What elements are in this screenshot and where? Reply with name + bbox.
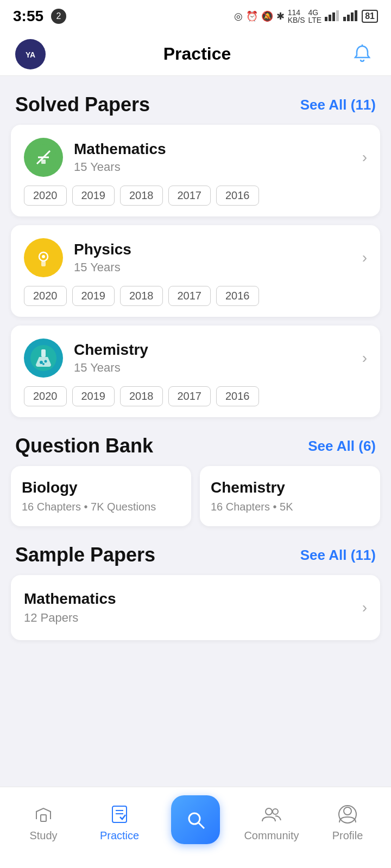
solved-papers-list: Mathematics 15 Years › 2020 2019 2018 20… [0,125,391,417]
svg-rect-20 [41,349,46,357]
study-nav-label: Study [29,829,57,842]
year-tag[interactable]: 2020 [24,286,67,306]
mute-icon: 🔕 [261,10,273,22]
question-bank-section-header: Question Bank See All (6) [0,417,391,466]
year-tag[interactable]: 2016 [216,386,259,406]
question-bank-cards: Biology 16 Chapters • 7K Questions Chemi… [0,466,391,526]
svg-text:YA: YA [26,50,35,59]
physics-years: 15 Years [74,260,362,275]
physics-solved-card[interactable]: Physics 15 Years › 2020 2019 2018 2017 2… [11,225,380,317]
mathematics-icon [24,138,63,177]
bottom-navigation: Study Practice [0,787,391,868]
notification-count-badge: 2 [51,9,66,24]
practice-nav-label: Practice [100,829,139,842]
chemistry-qbank-card[interactable]: Chemistry 16 Chapters • 5K [200,466,380,526]
status-time: 3:55 [13,8,43,25]
chemistry-year-tags: 2020 2019 2018 2017 2016 [24,386,367,406]
community-nav-label: Community [244,829,299,842]
physics-card-top: Physics 15 Years › [24,238,367,277]
physics-chevron-icon: › [362,249,367,266]
physics-year-tags: 2020 2019 2018 2017 2016 [24,286,367,306]
nav-item-search[interactable] [157,795,234,850]
sample-papers-see-all[interactable]: See All (11) [300,547,376,564]
chemistry-name: Chemistry [74,341,362,359]
question-bank-title: Question Bank [15,435,153,457]
top-navigation: YA Practice [0,33,391,76]
svg-rect-0 [325,17,327,21]
chemistry-solved-card[interactable]: Chemistry 15 Years › 2020 2019 2018 2017… [11,326,380,417]
biology-subject-name: Biology [22,479,180,496]
main-content: Solved Papers See All (11) Mathematics 1… [0,76,391,727]
year-tag[interactable]: 2016 [216,186,259,206]
sample-papers-title: Sample Papers [15,544,155,566]
svg-rect-14 [41,159,46,164]
chemistry-qbank-info: 16 Chapters • 5K [211,501,369,513]
svg-rect-17 [41,261,46,266]
bluetooth-icon: ✱ [276,10,285,22]
community-nav-icon [260,802,283,826]
sample-math-chevron-icon: › [362,599,367,616]
mathematics-solved-card[interactable]: Mathematics 15 Years › 2020 2019 2018 20… [11,125,380,216]
svg-point-18 [42,255,45,258]
notification-bell-button[interactable] [349,41,376,68]
svg-point-31 [273,809,278,814]
year-tag[interactable]: 2018 [120,386,163,406]
biology-qbank-card[interactable]: Biology 16 Chapters • 7K Questions [11,466,191,526]
solved-papers-title: Solved Papers [15,93,150,116]
year-tag[interactable]: 2019 [72,286,115,306]
solved-papers-section-header: Solved Papers See All (11) [0,76,391,125]
avatar[interactable]: YA [15,39,46,69]
page-title: Practice [163,44,231,64]
mathematics-card-top: Mathematics 15 Years › [24,138,367,177]
question-bank-see-all[interactable]: See All (6) [308,438,376,455]
svg-point-22 [45,360,47,363]
year-tag[interactable]: 2016 [216,286,259,306]
mathematics-name: Mathematics [74,141,362,158]
physics-name: Physics [74,241,362,258]
svg-point-30 [266,808,272,815]
sample-math-name: Mathematics [24,590,116,608]
svg-rect-6 [351,12,354,21]
year-tag[interactable]: 2018 [120,186,163,206]
signal-bars2-icon [343,9,358,24]
practice-nav-icon [108,802,131,826]
mathematics-sample-card[interactable]: Mathematics 12 Papers › [11,575,380,640]
year-tag[interactable]: 2019 [72,186,115,206]
physics-icon [24,238,63,277]
year-tag[interactable]: 2020 [24,386,67,406]
year-tag[interactable]: 2017 [168,286,211,306]
svg-rect-24 [41,815,46,821]
year-tag[interactable]: 2017 [168,186,211,206]
chemistry-chevron-icon: › [362,349,367,367]
svg-rect-2 [332,12,335,21]
svg-rect-5 [347,15,350,21]
year-tag[interactable]: 2020 [24,186,67,206]
profile-nav-icon [336,802,360,826]
nav-item-study[interactable]: Study [5,802,81,842]
battery-icon: 81 [362,10,378,23]
mathematics-year-tags: 2020 2019 2018 2017 2016 [24,186,367,206]
svg-rect-4 [343,17,346,21]
mathematics-years: 15 Years [74,160,362,174]
svg-line-29 [199,823,204,828]
svg-rect-7 [355,10,357,21]
status-bar: 3:55 2 ◎ ⏰ 🔕 ✱ 114KB/S 4GLTE 81 [0,0,391,33]
network-type: 4GLTE [308,9,322,24]
year-tag[interactable]: 2017 [168,386,211,406]
study-nav-icon [31,802,55,826]
mathematics-chevron-icon: › [362,149,367,166]
solved-papers-see-all[interactable]: See All (11) [300,97,376,113]
alarm-icon: ◎ [234,10,243,22]
svg-point-21 [40,361,43,364]
svg-point-28 [189,813,200,824]
year-tag[interactable]: 2018 [120,286,163,306]
profile-nav-label: Profile [332,829,363,842]
sample-papers-section-header: Sample Papers See All (11) [0,526,391,575]
status-icons: ◎ ⏰ 🔕 ✱ 114KB/S 4GLTE 81 [234,9,378,24]
search-nav-button[interactable] [171,795,220,844]
chemistry-years: 15 Years [74,361,362,375]
year-tag[interactable]: 2019 [72,386,115,406]
nav-item-community[interactable]: Community [234,802,310,842]
nav-item-profile[interactable]: Profile [310,802,386,842]
nav-item-practice[interactable]: Practice [81,802,157,842]
